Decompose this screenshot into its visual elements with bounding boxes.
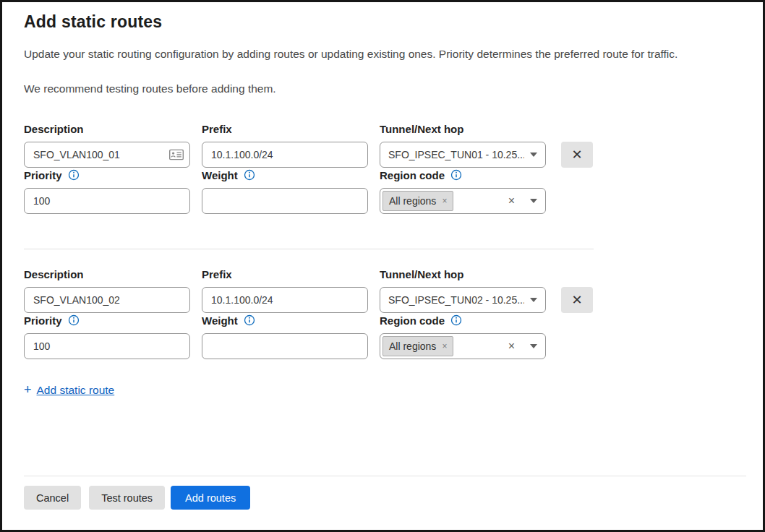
region-tag-remove-icon[interactable]: × — [442, 341, 447, 351]
tunnel-select[interactable]: SFO_IPSEC_TUN02 - 10.25... — [380, 287, 546, 313]
region-code-label: Region code — [380, 169, 445, 181]
region-code-label: Region code — [380, 314, 445, 327]
test-routes-button[interactable]: Test routes — [89, 486, 165, 510]
priority-input[interactable] — [24, 333, 190, 359]
dialog-footer: Cancel Test routes Add routes — [2, 476, 763, 530]
description-label: Description — [24, 267, 190, 281]
chevron-down-icon — [530, 199, 537, 203]
add-static-routes-dialog: Add static routes Update your static rou… — [0, 0, 765, 532]
weight-input[interactable] — [202, 188, 368, 214]
weight-info-icon[interactable] — [244, 314, 255, 326]
chevron-down-icon — [530, 298, 537, 302]
add-static-route-label: Add static route — [37, 384, 115, 397]
remove-route-button[interactable]: ✕ — [561, 287, 593, 313]
plus-icon: + — [24, 382, 32, 398]
add-static-route-link[interactable]: + Add static route — [24, 382, 114, 398]
tunnel-selected-value: SFO_IPSEC_TUN02 - 10.25... — [388, 294, 524, 306]
prefix-label: Prefix — [202, 267, 368, 281]
chevron-down-icon — [530, 344, 537, 348]
route-entries-divider — [24, 249, 594, 249]
priority-input[interactable] — [24, 188, 190, 214]
close-icon: ✕ — [571, 292, 582, 308]
intro-text: Update your static routing configuration… — [24, 47, 741, 61]
page-title: Add static routes — [24, 12, 741, 32]
priority-label: Priority — [24, 169, 62, 181]
region-info-icon[interactable] — [450, 169, 462, 181]
note-text: We recommend testing routes before addin… — [24, 82, 741, 95]
prefix-input[interactable] — [202, 287, 368, 313]
region-tag: All regions × — [382, 191, 453, 211]
route-entry-2: Description Prefix Tunnel/Next hop SFO_I… — [24, 267, 594, 359]
region-info-icon[interactable] — [450, 314, 462, 326]
description-input[interactable] — [24, 287, 190, 313]
region-code-select[interactable]: All regions × × — [380, 188, 546, 214]
weight-label: Weight — [202, 169, 238, 181]
tunnel-select[interactable]: SFO_IPSEC_TUN01 - 10.25... — [380, 142, 546, 168]
close-icon: ✕ — [571, 147, 582, 163]
region-tag-remove-icon[interactable]: × — [442, 196, 447, 206]
route-entry-1: Description — [24, 121, 594, 214]
cancel-button[interactable]: Cancel — [24, 486, 81, 510]
priority-info-icon[interactable] — [68, 314, 80, 326]
contact-card-icon — [169, 150, 184, 160]
tunnel-label: Tunnel/Next hop — [380, 121, 546, 136]
prefix-label: Prefix — [202, 121, 368, 136]
chevron-down-icon — [530, 153, 537, 157]
weight-label: Weight — [202, 314, 238, 327]
region-tag: All regions × — [382, 336, 453, 356]
priority-label: Priority — [24, 314, 62, 327]
weight-input[interactable] — [202, 333, 368, 359]
tunnel-label: Tunnel/Next hop — [380, 267, 546, 281]
clear-selection-icon[interactable]: × — [508, 340, 515, 352]
prefix-input[interactable] — [202, 142, 368, 168]
description-label: Description — [24, 121, 190, 136]
description-input[interactable] — [24, 142, 190, 168]
region-code-select[interactable]: All regions × × — [380, 333, 546, 359]
clear-selection-icon[interactable]: × — [508, 195, 515, 207]
tunnel-selected-value: SFO_IPSEC_TUN01 - 10.25... — [388, 149, 524, 160]
add-routes-button[interactable]: Add routes — [171, 486, 250, 510]
weight-info-icon[interactable] — [244, 169, 255, 181]
region-tag-label: All regions — [389, 340, 436, 352]
remove-route-button[interactable]: ✕ — [561, 142, 593, 168]
priority-info-icon[interactable] — [68, 169, 80, 181]
region-tag-label: All regions — [389, 195, 436, 207]
